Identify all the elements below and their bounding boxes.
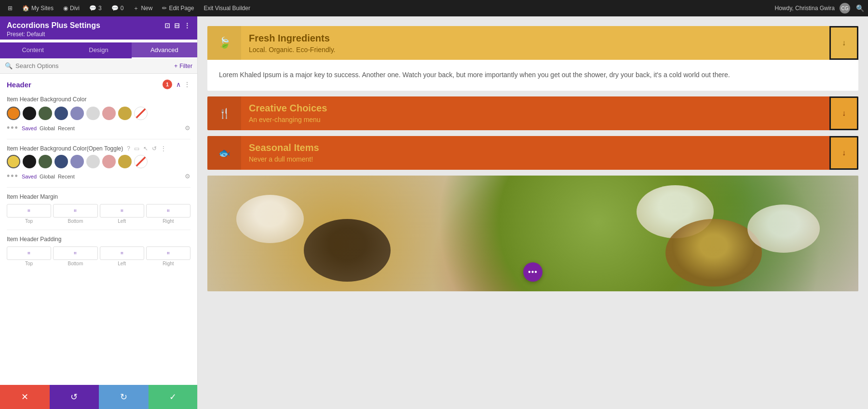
gear2-icon[interactable]: ⚙ <box>185 173 190 180</box>
food-image-container: ••• <box>207 176 858 291</box>
accordion-seasonal-title: Seasonal Items <box>249 142 822 153</box>
color-swatch2-navyblue[interactable] <box>54 155 68 168</box>
floating-dots-button[interactable]: ••• <box>523 262 542 282</box>
saved2-tag[interactable]: Saved <box>22 174 37 179</box>
collapse-icon[interactable]: ∧ <box>176 81 181 88</box>
color-swatch2-gold[interactable] <box>118 155 132 168</box>
panel-title: Accordions Plus Settings ⊡ ⊟ ⋮ <box>7 21 190 30</box>
accordion-fresh-header[interactable]: 🍃 Fresh Ingredients Local. Organic. Eco-… <box>207 26 858 60</box>
color-footer-1: ••• Saved Global Recent ⚙ <box>7 123 190 133</box>
new-button[interactable]: ＋ New <box>129 0 156 16</box>
padding-label: Item Header Padding <box>7 236 190 243</box>
layout-icon[interactable]: ⊟ <box>174 22 180 29</box>
padding-code-icon-4: ⌗ <box>167 250 170 256</box>
section-controls: ∧ ⋮ <box>176 81 190 88</box>
search-icon[interactable]: 🔍 <box>856 4 864 12</box>
color-swatch2-lavender[interactable] <box>70 155 84 168</box>
accordion-creative-toggle[interactable]: ↓ <box>829 96 858 130</box>
bowl-4 <box>747 204 820 253</box>
color-swatch-lavender[interactable] <box>70 107 84 120</box>
margin-bottom-input[interactable]: ⌗ <box>53 204 97 218</box>
more-icon[interactable]: ⋮ <box>184 22 190 29</box>
undo-button[interactable]: ↺ <box>50 385 99 409</box>
more2-icon[interactable]: ⋮ <box>161 145 166 152</box>
color-swatch2-none[interactable] <box>134 155 148 168</box>
padding-right-input[interactable]: ⌗ <box>146 246 190 260</box>
tab-content[interactable]: Content <box>0 42 66 58</box>
panel-search: 🔍 + Filter <box>0 58 197 74</box>
tab-design[interactable]: Design <box>66 42 131 58</box>
color-swatch-navyblue[interactable] <box>54 107 68 120</box>
save-button[interactable]: ✓ <box>149 385 198 409</box>
color-swatch2-pink[interactable] <box>102 155 116 168</box>
gear-icon[interactable]: ⚙ <box>185 124 190 132</box>
exit-visual-builder-button[interactable]: Exit Visual Builder <box>200 0 254 16</box>
filter-button[interactable]: + Filter <box>174 63 192 69</box>
recent-tag[interactable]: Recent <box>58 125 75 131</box>
wp-logo[interactable]: ⊞ <box>4 0 16 16</box>
reset-icon[interactable]: ↺ <box>152 145 157 152</box>
padding-top-input[interactable]: ⌗ <box>7 246 51 260</box>
accordion-seasonal-toggle[interactable]: ↓ <box>829 136 858 170</box>
bottom-bar: ✕ ↺ ↻ ✓ <box>0 385 198 409</box>
divi-icon: ◉ <box>63 5 68 12</box>
margin-left-input[interactable]: ⌗ <box>100 204 144 218</box>
comments-zero[interactable]: 💬 0 <box>108 0 128 16</box>
dots-more2-icon[interactable]: ••• <box>7 171 19 181</box>
padding-left-group: ⌗ Left <box>100 246 144 266</box>
tab-advanced[interactable]: Advanced <box>132 42 197 58</box>
help-icon[interactable]: ? <box>127 145 130 152</box>
margin-top-input[interactable]: ⌗ <box>7 204 51 218</box>
color-swatch2-darkgreen[interactable] <box>39 155 52 168</box>
accordion-seasonal: 🐟 Seasonal Items Never a dull moment! ↓ <box>207 136 858 170</box>
color-swatch-black[interactable] <box>23 107 36 120</box>
divider-2 <box>7 187 190 188</box>
panel-preset[interactable]: Preset: Default <box>7 31 190 38</box>
device-icon[interactable]: ▭ <box>134 145 139 152</box>
color-swatch-none[interactable] <box>134 107 148 120</box>
padding-right-group: ⌗ Right <box>146 246 190 266</box>
padding-code-icon-2: ⌗ <box>74 250 77 256</box>
admin-bar: ⊞ 🏠 My Sites ◉ Divi 💬 3 💬 0 ＋ New ✏ Edit… <box>0 0 868 16</box>
color-swatch-darkgreen[interactable] <box>39 107 52 120</box>
padding-left-input[interactable]: ⌗ <box>100 246 144 260</box>
color-swatch-lightgray[interactable] <box>86 107 100 120</box>
global2-tag[interactable]: Global <box>40 174 55 179</box>
global-tag[interactable]: Global <box>40 125 55 131</box>
pencil-icon: ✏ <box>162 5 167 12</box>
panel-content: Header 1 ∧ ⋮ Item Header Background Colo… <box>0 74 197 409</box>
recent2-tag[interactable]: Recent <box>58 174 75 179</box>
padding-bottom-input[interactable]: ⌗ <box>53 246 97 260</box>
accordion-seasonal-text: Seasonal Items Never a dull moment! <box>241 137 829 168</box>
plus-icon: + <box>174 63 177 69</box>
margin-setting: Item Header Margin ⌗ Top ⌗ Bottom <box>0 190 197 228</box>
color-swatch2-lightgray[interactable] <box>86 155 100 168</box>
divi-menu[interactable]: ◉ Divi <box>59 0 83 16</box>
section-more-icon[interactable]: ⋮ <box>184 81 190 88</box>
color-swatch2-black[interactable] <box>23 155 36 168</box>
redo-button[interactable]: ↻ <box>99 385 149 409</box>
margin-right-group: ⌗ Right <box>146 204 190 224</box>
accordion-creative-header[interactable]: 🍴 Creative Choices An ever-changing menu… <box>207 96 858 130</box>
padding-code-icon-3: ⌗ <box>121 250 123 256</box>
color-swatch-pink[interactable] <box>102 107 116 120</box>
accordion-seasonal-header[interactable]: 🐟 Seasonal Items Never a dull moment! ↓ <box>207 136 858 170</box>
edit-page-button[interactable]: ✏ Edit Page <box>158 0 198 16</box>
my-sites-menu[interactable]: 🏠 My Sites <box>18 0 57 16</box>
comments-menu[interactable]: 💬 3 <box>85 0 106 16</box>
arrow-down3-icon: ↓ <box>842 149 846 157</box>
margin-right-input[interactable]: ⌗ <box>146 204 190 218</box>
color-footer-2: ••• Saved Global Recent ⚙ <box>7 171 190 181</box>
margin-inputs: ⌗ Top ⌗ Bottom ⌗ Left <box>7 204 190 224</box>
padding-inputs: ⌗ Top ⌗ Bottom ⌗ Left <box>7 246 190 266</box>
resize-icon[interactable]: ⊡ <box>164 22 170 29</box>
accordion-fresh-toggle[interactable]: ↓ <box>829 26 858 60</box>
color-swatch-orange[interactable] <box>7 107 20 120</box>
cursor-icon[interactable]: ↖ <box>143 145 148 152</box>
dots-more-icon[interactable]: ••• <box>7 123 19 133</box>
cancel-button[interactable]: ✕ <box>0 385 50 409</box>
color-swatch2-yellow[interactable] <box>7 155 20 168</box>
color-swatch-gold[interactable] <box>118 107 132 120</box>
search-input[interactable] <box>15 62 171 69</box>
saved-tag[interactable]: Saved <box>22 125 37 131</box>
